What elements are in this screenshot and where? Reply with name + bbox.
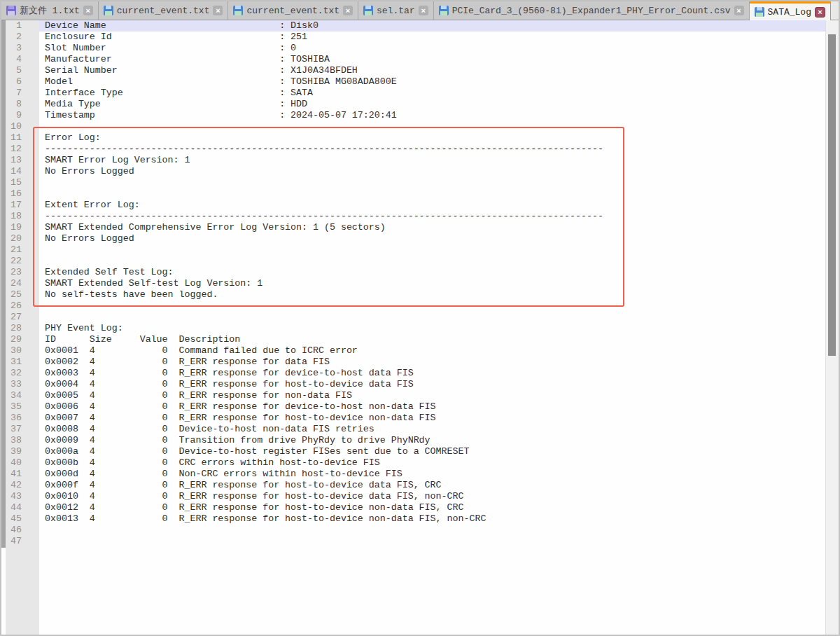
tab-pcie-card-3-9560-8i-expander1-phy-error-count-csv[interactable]: PCIe_Card_3_(9560-8i)_Expander1_PHY_Erro…: [434, 1, 750, 20]
editor-line: Manufacturer : TOSHIBA: [39, 54, 826, 65]
floppy-blue-icon: [363, 6, 373, 15]
editor-line: ID Size Value Description: [39, 334, 826, 345]
line-number: 26: [6, 300, 22, 312]
editor-line: 0x0002 4 0 R_ERR response for data FIS: [39, 357, 826, 368]
line-number: 22: [6, 256, 22, 267]
tab-current-event-txt[interactable]: current_event.txt×: [99, 1, 229, 20]
floppy-blue-icon: [104, 6, 113, 15]
editor-line: SMART Extended Comprehensive Error Log V…: [39, 222, 826, 233]
line-number: 11: [6, 132, 22, 144]
close-icon[interactable]: ×: [734, 6, 744, 15]
tab-sata-log[interactable]: SATA_Log×: [750, 1, 831, 20]
tab-1-txt[interactable]: 新文件 1.txt×: [1, 1, 99, 20]
tab-label: sel.tar: [377, 6, 415, 16]
editor-line: 0x000a 4 0 Device-to-host register FISes…: [39, 446, 826, 457]
vertical-scrollbar[interactable]: [825, 20, 839, 635]
line-number: 29: [6, 334, 22, 345]
editor-line: [39, 121, 826, 132]
line-number: 20: [6, 233, 22, 244]
line-number: 15: [6, 177, 22, 188]
editor-line: 0x0013 4 0 R_ERR response for host-to-de…: [39, 513, 826, 525]
line-number: 19: [6, 222, 22, 233]
line-number: 4: [6, 54, 22, 65]
editor-line: 0x000f 4 0 R_ERR response for host-to-de…: [39, 480, 826, 491]
tab-sel-tar[interactable]: sel.tar×: [358, 1, 434, 20]
line-number: 2: [6, 32, 22, 43]
tab-label: SATA_Log: [768, 7, 811, 18]
editor-line: [39, 312, 826, 323]
editor-line: 0x0006 4 0 R_ERR response for device-to-…: [39, 401, 826, 413]
editor-line: 0x0001 4 0 Command failed due to ICRC er…: [39, 345, 826, 357]
editor-line: 0x0004 4 0 R_ERR response for host-to-de…: [39, 379, 826, 390]
line-number: 8: [6, 99, 22, 110]
line-number: 6: [6, 76, 22, 88]
editor-line: [39, 188, 826, 200]
line-number: 39: [6, 446, 22, 457]
line-number: 34: [6, 390, 22, 401]
tab-label: PCIe_Card_3_(9560-8i)_Expander1_PHY_Erro…: [452, 6, 731, 16]
line-number: 10: [6, 121, 22, 132]
close-icon[interactable]: ×: [213, 6, 223, 15]
line-number: 13: [6, 155, 22, 166]
editor-line: 0x0003 4 0 R_ERR response for device-to-…: [39, 368, 826, 379]
editor-line: Extended Self Test Log:: [39, 267, 826, 278]
line-number: 37: [6, 424, 22, 435]
editor-line: Serial Number : X1J0A34BFDEH: [39, 65, 826, 76]
line-number: 47: [6, 536, 22, 547]
close-icon[interactable]: ×: [815, 7, 825, 18]
line-number: 40: [6, 457, 22, 469]
line-number: 27: [6, 312, 22, 323]
editor-line: 0x000b 4 0 CRC errors within host-to-dev…: [39, 457, 826, 469]
line-number: 32: [6, 368, 22, 379]
close-icon[interactable]: ×: [419, 6, 428, 15]
line-number: 31: [6, 357, 22, 368]
editor-line: Device Name : Disk0: [39, 20, 826, 32]
line-number: 43: [6, 491, 22, 502]
editor-line: Interface Type : SATA: [39, 88, 826, 99]
editor-line: SMART Error Log Version: 1: [39, 155, 826, 166]
line-number: 41: [6, 469, 22, 480]
scrollbar-thumb[interactable]: [828, 34, 836, 356]
text-content[interactable]: Device Name : Disk0Enclosure Id : 251Slo…: [39, 20, 826, 635]
line-number: 14: [6, 166, 22, 177]
editor-line: Timestamp : 2024-05-07 17:20:41: [39, 110, 826, 121]
line-number: 17: [6, 200, 22, 211]
line-number: 38: [6, 435, 22, 446]
line-number: 21: [6, 244, 22, 256]
line-number: 7: [6, 88, 22, 99]
floppy-blue-icon: [233, 6, 243, 15]
editor-window: 新文件 1.txt×current_event.txt×current_even…: [0, 0, 840, 636]
close-icon[interactable]: ×: [343, 6, 353, 15]
tab-current-event-txt[interactable]: current_event.txt×: [228, 1, 358, 20]
line-number: 46: [6, 525, 22, 536]
editor-line: [39, 525, 826, 536]
editor-line: 0x0008 4 0 Device-to-host non-data FIS r…: [39, 424, 826, 435]
editor-line: 0x000d 4 0 Non-CRC errors within host-to…: [39, 469, 826, 480]
line-number: 3: [6, 43, 22, 54]
floppy-purple-icon: [6, 6, 16, 15]
line-number: 36: [6, 413, 22, 424]
editor-line: Model : TOSHIBA MG08ADA800E: [39, 76, 826, 88]
line-number: 23: [6, 267, 22, 278]
line-number: 44: [6, 502, 22, 513]
line-number: 12: [6, 144, 22, 155]
line-number: 24: [6, 278, 22, 289]
line-number: 33: [6, 379, 22, 390]
editor-line: Media Type : HDD: [39, 99, 826, 110]
editor-line: [39, 256, 826, 267]
line-number: 9: [6, 110, 22, 121]
close-icon[interactable]: ×: [83, 6, 93, 15]
line-number: 16: [6, 188, 22, 200]
line-number: 1: [6, 20, 22, 32]
editor-line: Error Log:: [39, 132, 826, 144]
floppy-blue-icon: [439, 6, 449, 15]
line-number: 5: [6, 65, 22, 76]
editor-line: ----------------------------------------…: [39, 211, 826, 222]
floppy-blue-icon: [755, 7, 764, 17]
editor-line: 0x0007 4 0 R_ERR response for host-to-de…: [39, 413, 826, 424]
editor-line: 0x0009 4 0 Transition from drive PhyRdy …: [39, 435, 826, 446]
editor-area[interactable]: 1234567891011121314151617181920212223242…: [1, 20, 839, 635]
editor-line: [39, 244, 826, 256]
line-number: 18: [6, 211, 22, 222]
line-number: 35: [6, 401, 22, 413]
